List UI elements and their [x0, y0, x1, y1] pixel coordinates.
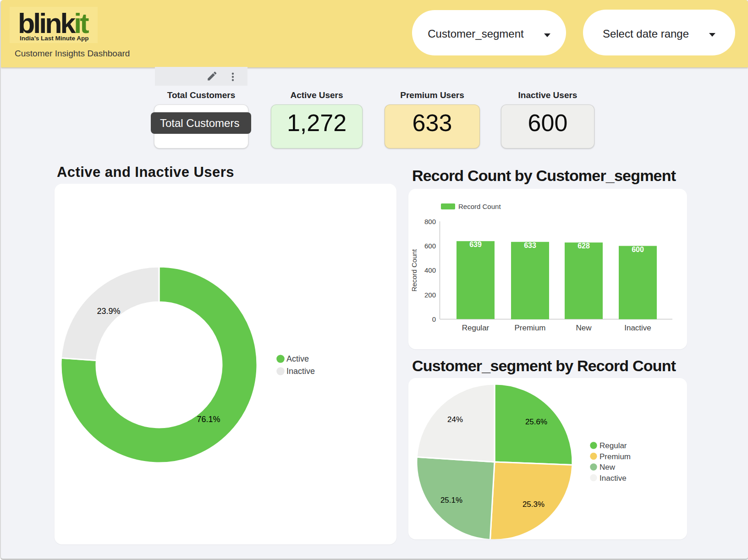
svg-text:76.1%: 76.1% — [197, 415, 220, 424]
svg-text:Premium: Premium — [600, 452, 631, 461]
svg-text:Premium: Premium — [514, 324, 545, 332]
svg-text:628: 628 — [578, 242, 590, 250]
svg-text:New: New — [600, 463, 616, 472]
svg-text:25.6%: 25.6% — [525, 417, 547, 426]
svg-text:New: New — [576, 324, 592, 332]
svg-text:Active: Active — [286, 354, 309, 363]
svg-text:Inactive: Inactive — [600, 474, 627, 483]
svg-text:25.1%: 25.1% — [440, 496, 462, 505]
svg-text:400: 400 — [424, 266, 436, 274]
svg-text:600: 600 — [632, 246, 644, 253]
svg-text:Inactive: Inactive — [624, 324, 651, 332]
svg-text:600: 600 — [424, 242, 436, 250]
svg-text:0: 0 — [432, 315, 436, 323]
svg-text:633: 633 — [524, 242, 536, 249]
svg-text:639: 639 — [469, 241, 482, 248]
svg-text:24%: 24% — [447, 415, 463, 424]
svg-text:Inactive: Inactive — [286, 367, 315, 376]
svg-text:23.9%: 23.9% — [97, 307, 120, 316]
svg-text:Regular: Regular — [600, 441, 627, 450]
svg-text:800: 800 — [424, 218, 436, 225]
svg-text:Record Count: Record Count — [458, 203, 501, 210]
svg-text:Regular: Regular — [462, 324, 490, 332]
svg-text:25.3%: 25.3% — [522, 500, 544, 509]
svg-text:200: 200 — [424, 291, 436, 299]
svg-text:Record Count: Record Count — [410, 249, 418, 291]
